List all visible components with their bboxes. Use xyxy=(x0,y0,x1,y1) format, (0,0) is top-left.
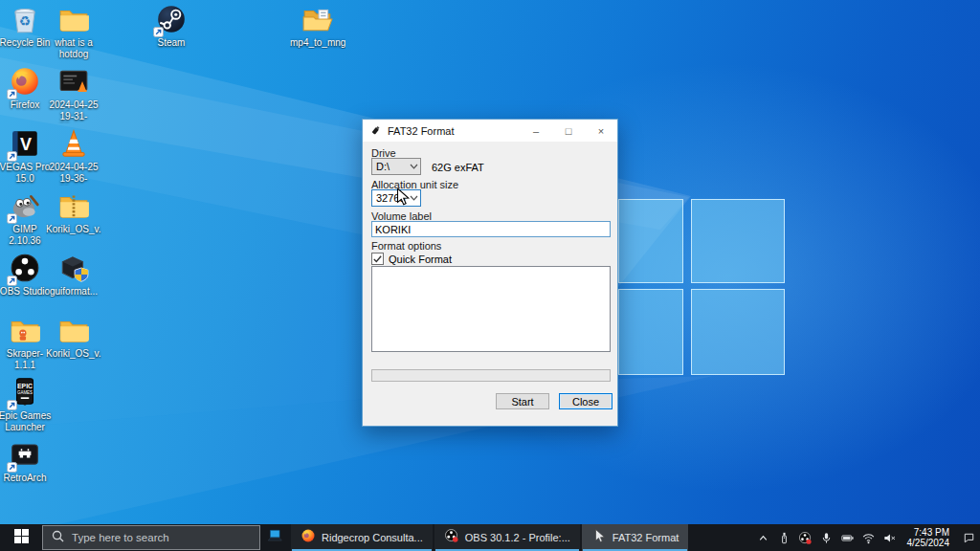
allocation-unit-select[interactable]: 32768 xyxy=(371,189,421,207)
desktop-icon-2024-04-25-19-36-11-m[interactable]: 2024-04-25 19-36-11.m... xyxy=(50,127,98,186)
desktop-icon-label: what is a hotdog xyxy=(46,37,101,60)
desktop-icon-label: Koriki_OS_v... xyxy=(46,224,101,235)
folder-icon xyxy=(57,3,90,35)
start-button[interactable] xyxy=(0,524,42,551)
desktop-icon-recycle-bin[interactable]: ♻Recycle Bin xyxy=(1,3,49,49)
desktop-icon-label: GIMP 2.10.36 xyxy=(0,224,53,247)
close-button[interactable]: Close xyxy=(559,393,612,409)
firefox-icon xyxy=(301,528,316,547)
taskbar-search[interactable]: Type here to search xyxy=(42,525,260,550)
taskbar-button-fat32-format[interactable]: FAT32 Format xyxy=(582,524,688,551)
battery-icon[interactable] xyxy=(840,531,855,545)
search-icon xyxy=(52,529,64,546)
desktop-icon-what-is-a-hotdog[interactable]: what is a hotdog xyxy=(50,3,98,60)
usb-drive-icon xyxy=(369,124,382,137)
desktop-icon-firefox[interactable]: Firefox xyxy=(1,65,49,111)
video-icon xyxy=(57,65,90,98)
folder-skraper-icon xyxy=(9,314,41,346)
shortcut-arrow-icon xyxy=(7,462,17,473)
usb-icon[interactable] xyxy=(777,531,791,545)
svg-text:V: V xyxy=(20,135,32,154)
obs-icon xyxy=(9,252,41,284)
wifi-icon[interactable] xyxy=(861,531,876,545)
taskbar-pinned-pc-button[interactable] xyxy=(260,524,289,551)
format-progress-bar xyxy=(371,369,611,382)
desktop-icon-label: Skraper-1.1.1 xyxy=(0,348,53,371)
maximize-button[interactable]: □ xyxy=(552,120,585,142)
format-log-listbox[interactable] xyxy=(371,266,611,352)
folder-zip-icon xyxy=(57,189,90,222)
taskbar-button-label: Ridgecrop Consulta... xyxy=(322,532,423,543)
quick-format-checkbox[interactable] xyxy=(371,253,384,265)
drive-value: D:\ xyxy=(372,161,407,172)
dialog-titlebar[interactable]: FAT32 Format – □ × xyxy=(363,120,617,142)
taskbar-button-label: FAT32 Format xyxy=(612,532,679,543)
desktop-icon-gimp-2-10-36[interactable]: GIMP 2.10.36 xyxy=(1,189,49,247)
clock-date: 4/25/2024 xyxy=(907,538,950,548)
desktop-screen: ♻Recycle Binwhat is a hotdogSteammp4_to_… xyxy=(0,0,980,551)
taskbar-pinned-apps xyxy=(260,524,289,551)
chevron-up-icon[interactable] xyxy=(756,531,770,545)
minimize-button[interactable]: – xyxy=(520,120,552,142)
taskbar-clock[interactable]: 7:43 PM 4/25/2024 xyxy=(903,527,956,548)
taskbar-button-label: OBS 30.1.2 - Profile:... xyxy=(465,532,570,543)
search-placeholder: Type here to search xyxy=(72,532,169,543)
quick-format-label: Quick Format xyxy=(389,253,452,265)
shortcut-arrow-icon xyxy=(153,27,164,37)
desktop-icon-skraper-1-1-1[interactable]: Skraper-1.1.1 xyxy=(1,314,49,371)
desktop-icon-koriki-os-v[interactable]: Koriki_OS_v... xyxy=(50,314,98,360)
fat32-format-window: FAT32 Format – □ × Drive D:\ 62G exFAT A… xyxy=(362,119,618,427)
folder-icon xyxy=(57,314,90,346)
desktop-icon-vegas-pro-15-0[interactable]: VVEGAS Pro 15.0 xyxy=(1,127,49,185)
microphone-icon[interactable] xyxy=(819,531,834,545)
taskbar-button-ridgecrop-consulta[interactable]: Ridgecrop Consulta... xyxy=(291,524,433,551)
drive-select[interactable]: D:\ xyxy=(371,158,421,175)
guiformat-icon xyxy=(57,252,90,284)
chevron-down-icon xyxy=(407,164,420,169)
desktop-icon-mp4-to-mng[interactable]: mp4_to_mng xyxy=(294,3,342,49)
obs-rec-icon[interactable] xyxy=(798,531,813,545)
format-options-label: Format options xyxy=(371,240,441,252)
svg-text:GAMES: GAMES xyxy=(17,390,33,395)
desktop-icon-steam[interactable]: Steam xyxy=(147,3,195,49)
shortcut-arrow-icon xyxy=(7,89,17,99)
folder-open-icon xyxy=(301,3,334,35)
volume-label-input[interactable] xyxy=(371,221,611,237)
cursor-icon xyxy=(591,528,607,547)
shortcut-arrow-icon xyxy=(7,151,17,162)
shortcut-arrow-icon xyxy=(7,400,17,410)
steam-icon xyxy=(155,3,188,35)
desktop-icon-label: VEGAS Pro 15.0 xyxy=(0,162,53,185)
desktop-icon-label: Epic Games Launcher xyxy=(0,410,53,433)
system-tray: 7:43 PM 4/25/2024 xyxy=(756,524,980,551)
epic-icon: EPICGAMES xyxy=(9,376,41,408)
desktop-icon-guiformat[interactable]: guiformat... xyxy=(50,252,98,298)
action-center-icon[interactable] xyxy=(962,531,976,545)
pc-icon xyxy=(266,527,283,548)
retroarch-icon xyxy=(9,438,41,471)
desktop-icon-2024-04-25-19-31-20-m[interactable]: 2024-04-25 19-31-20.m... xyxy=(50,65,98,123)
windows-logo-icon xyxy=(14,529,29,547)
desktop-icon-koriki-os-v[interactable]: Koriki_OS_v... xyxy=(50,189,98,235)
vegas-icon: V xyxy=(9,127,41,160)
volume-muted-icon[interactable] xyxy=(882,531,897,545)
vlc-icon xyxy=(57,127,90,160)
close-window-button[interactable]: × xyxy=(585,120,617,142)
desktop-icon-label: Recycle Bin xyxy=(0,37,53,49)
desktop-icon-label: RetroArch xyxy=(0,473,53,484)
desktop-icon-retroarch[interactable]: RetroArch xyxy=(1,438,49,484)
desktop-icon-epic-games-launcher[interactable]: EPICGAMESEpic Games Launcher xyxy=(1,376,49,433)
dialog-title: FAT32 Format xyxy=(388,125,454,137)
taskbar-button-obs-30-1-2-profile[interactable]: OBS 30.1.2 - Profile:... xyxy=(434,524,580,551)
desktop-icon-label: 2024-04-25 19-31-20.m... xyxy=(46,99,101,123)
svg-text:♻: ♻ xyxy=(19,13,31,29)
gimp-icon xyxy=(9,189,41,222)
obs-rec-icon xyxy=(444,528,459,547)
desktop-icon-obs-studio[interactable]: OBS Studio xyxy=(1,252,49,298)
start-format-button[interactable]: Start xyxy=(496,393,549,409)
shortcut-arrow-icon xyxy=(7,213,17,224)
desktop-icon-label: OBS Studio xyxy=(0,286,53,298)
svg-text:EPIC: EPIC xyxy=(17,383,33,389)
taskbar: Type here to search Ridgecrop Consulta..… xyxy=(0,524,980,551)
taskbar-open-apps: Ridgecrop Consulta...OBS 30.1.2 - Profil… xyxy=(291,524,688,551)
